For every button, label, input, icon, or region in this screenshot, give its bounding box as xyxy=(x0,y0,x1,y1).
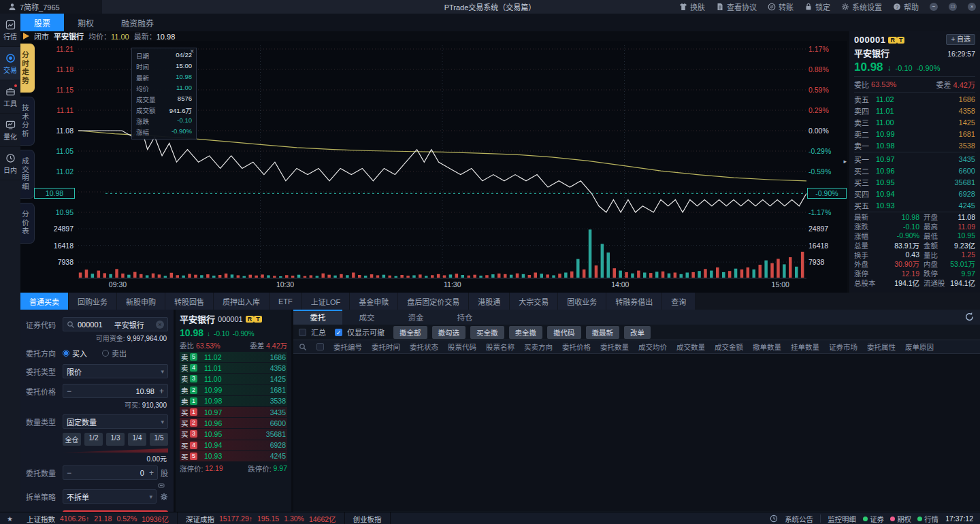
add-to-watchlist-button[interactable]: + 自选 xyxy=(946,34,975,45)
business-tab-转股回售[interactable]: 转股回售 xyxy=(165,293,213,310)
quantity-stepper[interactable]: − 0 + xyxy=(63,465,158,480)
sidebar-item-行情[interactable]: 行情 xyxy=(0,14,20,47)
sidebar-item-工具[interactable]: 工具 xyxy=(0,80,20,114)
index-深证成指[interactable]: 深证成指15177.29↑195.151.30%14662亿 xyxy=(178,512,345,524)
chart-side-tab-技术分析[interactable]: 技术分析 xyxy=(20,97,35,146)
sidebar-item-量化[interactable]: 量化 xyxy=(0,114,20,147)
column-header-股票名称[interactable]: 股票名称 xyxy=(486,342,514,352)
ask-row[interactable]: 卖一10.983538 xyxy=(854,140,975,151)
bid-depth-row[interactable]: 买510.934245 xyxy=(180,451,287,461)
ask-row[interactable]: 卖五11.021686 xyxy=(854,93,975,105)
refresh-icon[interactable] xyxy=(964,312,975,322)
decrement-icon[interactable]: − xyxy=(67,387,71,396)
bid-depth-row[interactable]: 买310.9535681 xyxy=(180,429,287,439)
column-header-委托数量[interactable]: 委托数量 xyxy=(600,342,629,352)
chart-side-tab-分价表[interactable]: 分价表 xyxy=(20,203,35,244)
quantity-widget-icon[interactable] xyxy=(157,481,165,489)
action-button-撤勾选[interactable]: 撤勾选 xyxy=(432,326,466,339)
bid-depth-row[interactable]: 买210.966600 xyxy=(180,418,287,428)
business-tab-新股申购[interactable]: 新股申购 xyxy=(117,293,165,310)
tab-融资融券[interactable]: 融资融券 xyxy=(108,14,167,31)
column-header-委托状态[interactable]: 委托状态 xyxy=(410,342,438,352)
fraction-chip-1/5[interactable]: 1/5 xyxy=(150,433,168,446)
fraction-chip-1/4[interactable]: 1/4 xyxy=(128,433,146,446)
fraction-chip-1/2[interactable]: 1/2 xyxy=(84,433,103,446)
column-header-成交数量[interactable]: 成交数量 xyxy=(676,342,705,352)
menu-item-2[interactable]: 转账 xyxy=(768,1,794,12)
price-stepper[interactable]: − 10.98 + xyxy=(63,384,168,398)
action-button-买全撤[interactable]: 买全撤 xyxy=(470,326,504,339)
select-all-checkbox[interactable] xyxy=(316,343,324,350)
tooltip-close-icon[interactable]: × xyxy=(190,48,194,55)
ask-depth-row[interactable]: 卖110.983538 xyxy=(180,396,287,406)
user-account[interactable]: 7简称_7965 xyxy=(0,0,102,14)
chart-side-tab-成交明细[interactable]: 成交明细 xyxy=(20,150,35,199)
column-header-成交均价[interactable]: 成交均价 xyxy=(638,342,667,352)
business-tab-港股通[interactable]: 港股通 xyxy=(469,293,509,310)
bid-depth-row[interactable]: 买110.973435 xyxy=(180,407,287,417)
bid-row[interactable]: 买五10.934245 xyxy=(854,199,975,211)
business-tab-转融券借出[interactable]: 转融券借出 xyxy=(606,293,662,310)
minimize-button[interactable]: − xyxy=(930,3,938,11)
column-header-委托时间[interactable]: 委托时间 xyxy=(372,342,400,352)
revocable-checkbox[interactable]: ✓ xyxy=(335,329,342,336)
column-header-股票代码[interactable]: 股票代码 xyxy=(448,342,476,352)
column-header-委托价格[interactable]: 委托价格 xyxy=(562,342,591,352)
panel-collapse-arrow-icon[interactable]: ▸ xyxy=(843,158,847,165)
orders-tab-委托[interactable]: 委托 xyxy=(293,310,342,325)
ask-depth-row[interactable]: 卖511.021686 xyxy=(180,352,287,362)
action-button-撤代码[interactable]: 撤代码 xyxy=(547,326,581,339)
column-header-成交金额[interactable]: 成交金额 xyxy=(715,342,743,352)
favorites-star-icon[interactable]: ★ xyxy=(7,515,13,523)
code-input[interactable]: 000001 平安银行 × xyxy=(63,317,168,331)
menu-item-0[interactable]: 换肤 xyxy=(679,1,705,12)
summary-checkbox[interactable] xyxy=(299,329,306,336)
index-创业板指[interactable]: 创业板指 xyxy=(345,512,391,524)
menu-item-1[interactable]: 查看协议 xyxy=(716,1,757,12)
column-header-委托属性[interactable]: 委托属性 xyxy=(867,342,896,352)
business-tab-上证LOF[interactable]: 上证LOF xyxy=(302,293,349,310)
ask-depth-row[interactable]: 卖210.991681 xyxy=(180,385,287,395)
bid-row[interactable]: 买四10.946928 xyxy=(854,188,975,199)
orders-tab-资金[interactable]: 资金 xyxy=(391,310,440,325)
tab-股票[interactable]: 股票 xyxy=(20,14,64,31)
action-button-卖全撤[interactable]: 卖全撤 xyxy=(509,326,543,339)
bid-row[interactable]: 买二10.966600 xyxy=(854,165,975,176)
tab-期权[interactable]: 期权 xyxy=(64,14,108,31)
action-button-改单[interactable]: 改单 xyxy=(624,326,651,339)
direction-radio-卖出[interactable]: 卖出 xyxy=(102,348,127,359)
fraction-chip-全仓[interactable]: 全仓 xyxy=(63,433,81,446)
business-tab-基金申赎[interactable]: 基金申赎 xyxy=(350,293,397,310)
fraction-chip-1/3[interactable]: 1/3 xyxy=(106,433,125,446)
clear-icon[interactable]: × xyxy=(156,321,164,329)
bid-row[interactable]: 买一10.973435 xyxy=(854,153,975,165)
split-strategy-select[interactable]: 不拆单 ▾ xyxy=(63,489,157,504)
action-button-撤全部[interactable]: 撤全部 xyxy=(393,326,427,339)
business-tab-大宗交易[interactable]: 大宗交易 xyxy=(510,293,557,310)
bid-depth-row[interactable]: 买410.946928 xyxy=(180,440,287,451)
ask-depth-row[interactable]: 卖411.014358 xyxy=(180,363,287,373)
order-type-select[interactable]: 限价 ▾ xyxy=(63,364,168,378)
ask-depth-row[interactable]: 卖311.001425 xyxy=(180,374,287,384)
orders-table-body[interactable] xyxy=(293,354,980,511)
chart-side-tab-分时走势[interactable]: 分时走势 xyxy=(20,44,35,93)
menu-item-4[interactable]: 系统设置 xyxy=(841,1,882,12)
column-header-撤单数量[interactable]: 撤单数量 xyxy=(753,342,781,352)
orders-tab-成交[interactable]: 成交 xyxy=(342,310,391,325)
monitor-link[interactable]: 监控明细 xyxy=(828,514,856,524)
menu-item-5[interactable]: ?帮助 xyxy=(893,1,919,12)
column-header-废单原因[interactable]: 废单原因 xyxy=(905,342,934,352)
maximize-button[interactable]: □ xyxy=(949,3,957,11)
business-tab-ETF[interactable]: ETF xyxy=(270,293,301,310)
close-button[interactable]: × xyxy=(968,3,976,11)
increment-icon[interactable]: + xyxy=(159,387,164,396)
menu-item-3[interactable]: 锁定 xyxy=(804,1,830,12)
business-tab-普通买卖[interactable]: 普通买卖 xyxy=(20,293,68,310)
search-icon[interactable] xyxy=(299,343,307,351)
announcement-link[interactable]: 系统公告 xyxy=(785,514,813,524)
orders-tab-持仓[interactable]: 持仓 xyxy=(440,310,489,325)
business-tab-固收业务[interactable]: 固收业务 xyxy=(558,293,606,310)
ask-row[interactable]: 卖四11.014358 xyxy=(854,105,975,116)
bid-row[interactable]: 买三10.9535681 xyxy=(854,176,975,188)
sidebar-item-交易[interactable]: 交易 xyxy=(0,47,20,80)
